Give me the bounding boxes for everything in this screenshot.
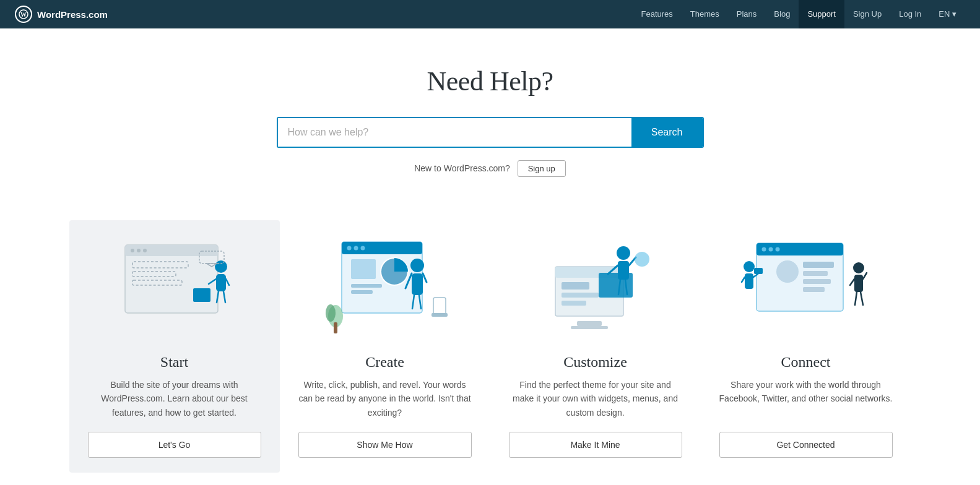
site-logo[interactable]: W WordPress.com (15, 6, 108, 23)
search-input[interactable] (278, 118, 631, 147)
card-start-description: Build the site of your dreams with WordP… (88, 378, 261, 419)
svg-point-31 (410, 259, 424, 272)
navbar: W WordPress.com Features Themes Plans Bl… (0, 0, 980, 28)
cards-section: Start Build the site of your dreams with… (57, 220, 924, 485)
page-title: Need Help? (12, 66, 968, 97)
svg-point-11 (215, 260, 227, 273)
card-connect-button[interactable]: Get Connected (719, 432, 893, 458)
svg-point-62 (744, 261, 755, 272)
signup-link[interactable]: Sign up (518, 160, 566, 177)
nav-item-blog[interactable]: Blog (765, 0, 799, 28)
svg-rect-68 (854, 275, 863, 292)
svg-rect-39 (577, 321, 602, 326)
svg-rect-41 (562, 282, 589, 290)
card-connect-illustration (716, 233, 896, 344)
svg-rect-24 (351, 259, 376, 279)
svg-point-29 (326, 304, 336, 322)
svg-rect-36 (431, 313, 448, 317)
svg-line-69 (850, 279, 854, 285)
svg-rect-30 (334, 322, 337, 333)
svg-rect-66 (754, 268, 763, 274)
svg-point-23 (360, 246, 365, 251)
wp-logo-icon: W (15, 6, 32, 23)
search-bar: Search (277, 117, 704, 148)
svg-rect-32 (412, 273, 423, 295)
svg-rect-46 (618, 261, 629, 280)
card-start-button[interactable]: Let's Go (88, 432, 261, 458)
svg-rect-59 (803, 271, 828, 276)
card-customize-illustration (505, 233, 686, 344)
svg-line-65 (742, 277, 745, 282)
svg-point-5 (137, 249, 141, 252)
svg-point-51 (635, 252, 649, 267)
card-create-description: Write, click, publish, and revel. Your w… (298, 378, 472, 419)
svg-rect-40 (571, 326, 608, 329)
card-create-button[interactable]: Show Me How (298, 432, 472, 458)
nav-item-login[interactable]: Log In (890, 0, 930, 28)
card-customize: Customize Find the perfect theme for you… (490, 220, 701, 473)
search-button[interactable]: Search (631, 118, 703, 147)
card-customize-button[interactable]: Make It Mine (509, 432, 682, 458)
signup-prompt: New to WordPress.com? Sign up (12, 160, 968, 177)
card-connect-description: Share your work with the world through F… (719, 378, 893, 406)
svg-line-16 (223, 291, 225, 303)
card-start: Start Build the site of your dreams with… (69, 220, 280, 473)
svg-point-45 (617, 246, 630, 260)
svg-line-14 (226, 279, 229, 285)
card-create-title: Create (365, 354, 404, 371)
svg-line-71 (855, 292, 857, 305)
svg-point-55 (768, 247, 773, 252)
svg-line-70 (863, 273, 867, 279)
nav-item-features[interactable]: Features (633, 0, 682, 28)
card-customize-title: Customize (563, 354, 627, 371)
svg-rect-63 (745, 273, 753, 289)
svg-point-22 (353, 246, 358, 251)
svg-rect-43 (562, 301, 586, 306)
svg-point-57 (776, 260, 799, 283)
svg-point-67 (853, 262, 864, 273)
svg-rect-26 (351, 284, 382, 288)
logo-text: WordPress.com (37, 9, 108, 20)
svg-line-72 (861, 292, 863, 305)
svg-point-4 (131, 249, 134, 252)
card-connect: Connect Share your work with the world t… (701, 220, 911, 473)
svg-text:W: W (20, 11, 27, 18)
card-customize-description: Find the perfect theme for your site and… (509, 378, 682, 419)
svg-point-6 (143, 249, 147, 252)
svg-point-56 (775, 247, 779, 252)
svg-rect-60 (803, 279, 831, 284)
svg-rect-10 (193, 288, 210, 302)
new-user-text: New to WordPress.com? (414, 163, 510, 173)
nav-item-plans[interactable]: Plans (728, 0, 766, 28)
svg-point-21 (347, 246, 351, 251)
card-create: Create Write, click, publish, and revel.… (280, 220, 490, 473)
svg-point-54 (761, 247, 766, 252)
svg-rect-61 (803, 287, 825, 292)
card-start-illustration (84, 233, 265, 344)
nav-links: Features Themes Plans Blog Support Sign … (633, 0, 965, 28)
svg-rect-58 (803, 262, 834, 268)
nav-item-lang[interactable]: EN ▾ (930, 0, 965, 28)
card-start-title: Start (160, 354, 188, 371)
nav-item-support[interactable]: Support (799, 0, 844, 28)
svg-rect-27 (351, 290, 373, 294)
nav-item-themes[interactable]: Themes (682, 0, 728, 28)
svg-rect-12 (216, 274, 226, 291)
card-connect-title: Connect (781, 354, 831, 371)
svg-rect-42 (562, 293, 599, 298)
card-create-illustration (295, 233, 475, 344)
hero-section: Need Help? Search New to WordPress.com? … (0, 28, 980, 220)
nav-item-signup[interactable]: Sign Up (844, 0, 890, 28)
